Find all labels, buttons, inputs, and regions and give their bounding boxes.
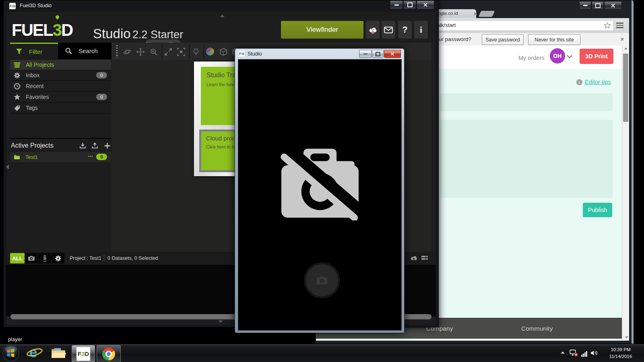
close-button[interactable] xyxy=(384,50,401,58)
statusbar-project-label: Project : Test1 xyxy=(70,255,101,261)
editor-field-row[interactable] xyxy=(440,93,613,111)
help-button[interactable]: ? xyxy=(398,21,412,39)
sidebar-item-inbox[interactable]: Inbox 0 xyxy=(10,70,111,81)
start-button[interactable] xyxy=(2,345,19,362)
clock-time: 10:39 PM xyxy=(601,346,640,353)
ie-ring-icon xyxy=(26,345,43,361)
messages-button[interactable] xyxy=(382,21,395,39)
inbox-count-badge: 0 xyxy=(96,72,107,78)
tray-expand-icon[interactable] xyxy=(561,352,565,354)
help-icon: ? xyxy=(402,25,407,35)
chrome-minimize-button[interactable] xyxy=(579,1,591,10)
filter-meshes-button[interactable] xyxy=(38,253,51,263)
address-bar[interactable]: alk/start xyxy=(433,20,614,31)
info-button[interactable]: i xyxy=(414,21,428,39)
zoom-tool-icon[interactable] xyxy=(149,47,158,56)
info-icon: i xyxy=(420,25,422,35)
tab-filter[interactable]: Filter xyxy=(10,44,58,59)
page-scrollbar[interactable] xyxy=(622,45,629,341)
studio-viewfinder-window: F3D Studio xyxy=(235,48,405,333)
filter-all-button[interactable]: ALL xyxy=(10,253,25,263)
3d-print-button[interactable]: 3D Print xyxy=(580,49,613,64)
filter-settings-button[interactable] xyxy=(52,253,64,263)
camera-icon xyxy=(28,255,35,261)
footer-community: Community xyxy=(521,325,553,332)
close-button[interactable] xyxy=(417,0,434,9)
lighting-icon[interactable] xyxy=(192,47,200,56)
maximize-button[interactable] xyxy=(372,50,384,58)
taskbar-clock[interactable]: 10:39 PM 11/14/2016 xyxy=(601,346,640,360)
volume-icon[interactable] xyxy=(590,350,599,356)
export-project-icon[interactable] xyxy=(91,142,98,149)
add-project-icon[interactable] xyxy=(104,142,111,149)
cloud-status-button[interactable] xyxy=(366,21,380,39)
info-icon: i xyxy=(576,79,582,85)
folder-icon xyxy=(51,347,66,359)
collapse-down-icon[interactable] xyxy=(218,320,223,323)
sidebar-item-favorites[interactable]: Favorites 0 xyxy=(10,92,111,103)
publish-button[interactable]: Publish xyxy=(583,203,612,217)
dataset-list-icon[interactable] xyxy=(421,255,428,261)
app-icon: F3D xyxy=(239,51,245,57)
sidebar-item-recent[interactable]: Recent xyxy=(10,81,111,92)
mesh-mode-icon[interactable] xyxy=(219,47,228,56)
reset-view-icon[interactable] xyxy=(164,47,173,56)
orbit-tool-icon[interactable] xyxy=(123,47,132,56)
toolbar-drag-handle[interactable] xyxy=(116,45,118,58)
my-orders-link[interactable]: My orders xyxy=(518,55,544,61)
chevron-down-icon[interactable] xyxy=(567,53,572,58)
player-label: player xyxy=(8,336,22,342)
signal-strength-icon[interactable] xyxy=(581,350,588,356)
studio-window-controls xyxy=(359,50,401,58)
taskbar-explorer-button[interactable] xyxy=(51,347,66,360)
pan-tool-icon[interactable] xyxy=(136,47,145,56)
mail-icon xyxy=(384,27,393,33)
chrome-maximize-button[interactable] xyxy=(592,1,604,10)
camera-disabled-icon xyxy=(279,143,361,220)
f3d-icon: F3D xyxy=(76,347,90,361)
minimize-button[interactable] xyxy=(390,0,403,9)
project-more-icon[interactable]: ••• xyxy=(88,154,93,158)
cloud-upload-icon[interactable] xyxy=(409,255,418,261)
scrollbar-thumb[interactable] xyxy=(623,53,628,122)
bookmark-star-icon[interactable] xyxy=(604,22,611,29)
filter-scans-button[interactable] xyxy=(25,253,38,263)
sidebar-divider xyxy=(10,138,111,139)
maximize-button[interactable] xyxy=(403,0,416,9)
avatar[interactable]: DH xyxy=(550,48,565,64)
focus-view-icon[interactable] xyxy=(177,47,186,56)
chrome-menu-icon[interactable] xyxy=(616,23,623,28)
sidebar-item-all-projects[interactable]: All Projects xyxy=(10,59,111,70)
editor-text-area[interactable] xyxy=(440,120,613,198)
viewfinder-button[interactable]: Viewfinder xyxy=(281,21,363,39)
chrome-window-controls xyxy=(579,1,622,10)
chrome-close-button[interactable] xyxy=(604,1,622,10)
taskbar-ie-button[interactable]: e xyxy=(26,345,43,362)
window-title: Studio xyxy=(248,51,262,57)
minimize-button[interactable] xyxy=(359,50,372,58)
project-row-test1[interactable]: Test1 ••• 0 xyxy=(10,152,111,162)
tags-icon xyxy=(14,105,21,111)
color-mode-icon[interactable] xyxy=(206,47,214,56)
network-status-icon[interactable] xyxy=(569,349,578,357)
tab-search[interactable]: Search xyxy=(58,43,111,59)
new-tab-button[interactable] xyxy=(479,11,495,17)
never-for-site-button[interactable]: Never for this site xyxy=(528,34,580,45)
taskbar-chrome-button[interactable] xyxy=(97,345,121,362)
chrome-icon xyxy=(102,348,115,360)
collapse-sidebar-icon[interactable] xyxy=(6,165,9,169)
sidebar-item-tags[interactable]: Tags xyxy=(10,103,111,113)
taskbar: e F3D xyxy=(0,344,644,362)
search-icon xyxy=(65,47,72,54)
collapse-up-icon[interactable] xyxy=(220,15,224,17)
capture-shutter-button[interactable] xyxy=(304,262,340,298)
spring-icon xyxy=(43,255,47,262)
editor-tips-link[interactable]: Editor tips xyxy=(585,79,611,85)
settings-gear-icon xyxy=(55,255,62,262)
cloud-offline-icon xyxy=(367,25,378,34)
taskbar-fuel3d-button[interactable]: F3D xyxy=(72,345,95,362)
save-password-button[interactable]: Save password xyxy=(482,34,524,45)
import-project-icon[interactable] xyxy=(79,142,86,149)
scroll-up-icon[interactable] xyxy=(624,47,628,49)
scroll-down-icon[interactable] xyxy=(624,336,630,339)
